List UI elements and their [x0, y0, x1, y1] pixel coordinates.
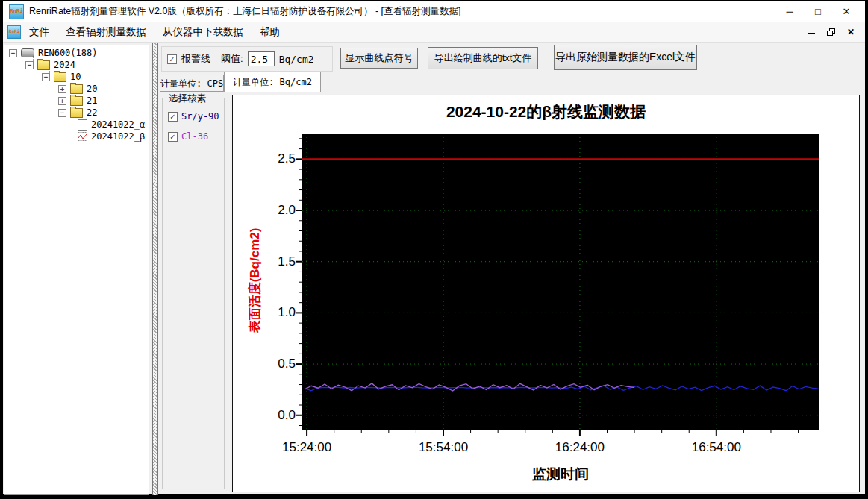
device-icon	[21, 48, 34, 57]
close-button[interactable]: ✕	[834, 3, 859, 21]
nuclide-checkbox[interactable]: ✓	[168, 132, 178, 142]
export-excel-button[interactable]: 导出原始测量数据的Excel文件	[554, 45, 697, 70]
tree-item-22[interactable]: − 22	[4, 107, 149, 119]
window-border-bottom	[0, 494, 868, 499]
threshold-unit-label: Bq/cm2	[279, 54, 314, 65]
chart-panel: 2024-10-22的β射线监测数据 表面活度(Bq/cm2) 监测时间 0.0…	[232, 95, 860, 492]
y-tick-label: 1.5	[233, 254, 296, 269]
mdi-restore-icon[interactable]	[827, 28, 835, 36]
x-tick-label: 16:24:00	[555, 440, 605, 455]
mdi-close-icon[interactable]: ✕	[847, 27, 855, 37]
tree-item-20241022-alpha[interactable]: 20241022_α	[4, 119, 149, 131]
export-txt-button[interactable]: 导出绘制曲线的txt文件	[428, 47, 538, 69]
nuclide-label: Sr/y-90	[181, 111, 219, 122]
mdi-minimize-icon[interactable]	[808, 33, 815, 34]
tree-expand-icon[interactable]: +	[58, 97, 66, 105]
tree-collapse-icon[interactable]: −	[42, 73, 50, 81]
plot-area	[302, 134, 819, 430]
title-bar: RnRi RenriRate辐射剂量管理软件 V2.0版（版权所有：上海仁日辐射…	[3, 1, 865, 22]
tree-item-label: 20241022_β	[91, 131, 145, 142]
tree-item-label: 22	[87, 107, 97, 118]
window-border-left	[0, 0, 3, 499]
nuclide-checkbox[interactable]: ✓	[168, 112, 178, 122]
alarm-settings-group: ✓ 报警线 阈值: Bq/cm2	[161, 46, 333, 72]
threshold-input[interactable]	[248, 51, 275, 66]
y-tick-label: 2.5	[233, 151, 296, 166]
tree-item-label: 20241022_α	[91, 119, 145, 130]
tree-collapse-icon[interactable]: −	[58, 109, 66, 117]
folder-icon	[37, 60, 50, 70]
tree-item-20241022-beta[interactable]: 20241022_β	[4, 131, 149, 142]
tree-item-label: 2024	[54, 60, 75, 70]
tree-collapse-icon[interactable]: −	[9, 49, 17, 57]
tree-item-label: 21	[87, 95, 97, 106]
y-tick-label: 0.0	[233, 408, 296, 423]
tab-unit-bqcm2[interactable]: 计量单位: Bq/cm2	[224, 72, 321, 92]
tree-collapse-icon[interactable]: −	[25, 61, 34, 69]
tree-item-label: 20	[87, 84, 97, 94]
menu-bar: RnRi 文件 查看辐射测量数据 从仪器中下载数据 帮助 ✕	[3, 22, 865, 43]
tree-item-2024[interactable]: − 2024	[4, 59, 149, 71]
maximize-button[interactable]: □	[805, 3, 831, 21]
panel-splitter[interactable]	[152, 43, 158, 495]
tree-item-ren600[interactable]: − REN600(188)	[4, 47, 149, 59]
folder-icon	[70, 84, 83, 94]
folder-icon	[70, 108, 83, 118]
nuclide-select-group: 选择核素 ✓ Sr/y-90 ✓ Cl-36	[162, 98, 225, 489]
alarm-line-checkbox[interactable]: ✓	[167, 54, 177, 64]
show-curve-points-button[interactable]: 显示曲线点符号	[340, 48, 418, 69]
tree-item-10[interactable]: − 10	[4, 71, 149, 83]
tree-item-label: REN600(188)	[38, 48, 97, 58]
folder-icon	[54, 72, 66, 82]
window-title: RenriRate辐射剂量管理软件 V2.0版（版权所有：上海仁日辐射防护设备有…	[29, 5, 461, 18]
nuclide-item-sr-y-90[interactable]: ✓ Sr/y-90	[168, 111, 219, 122]
nuclide-item-cl-36[interactable]: ✓ Cl-36	[168, 131, 208, 142]
tab-unit-cps[interactable]: 计量单位: CPS	[160, 75, 224, 92]
chart-file-icon	[78, 132, 87, 141]
y-tick-label: 0.5	[233, 357, 296, 371]
app-window: RnRi RenriRate辐射剂量管理软件 V2.0版（版权所有：上海仁日辐射…	[0, 0, 868, 499]
y-tick-label: 1.0	[233, 305, 296, 320]
tree-item-label: 10	[70, 72, 81, 82]
device-tree: − REN600(188) − 2024 − 10 + 20 + 21 − 22	[4, 45, 149, 495]
chart-canvas	[233, 95, 859, 492]
nuclide-group-title: 选择核素	[166, 92, 208, 105]
menu-help[interactable]: 帮助	[252, 22, 288, 42]
minimize-button[interactable]: ─	[777, 3, 802, 21]
y-tick-label: 2.0	[233, 203, 296, 218]
mdi-document-icon[interactable]: RnRi	[7, 25, 21, 39]
alarm-line-label: 报警线	[181, 52, 210, 66]
menu-view-measurement-data[interactable]: 查看辐射测量数据	[57, 22, 154, 42]
nuclide-label: Cl-36	[181, 131, 208, 142]
threshold-label: 阈值:	[221, 52, 243, 66]
document-icon	[78, 119, 87, 131]
window-border-right	[865, 0, 868, 499]
tree-expand-icon[interactable]: +	[58, 85, 66, 93]
menu-download-from-device[interactable]: 从仪器中下载数据	[154, 22, 252, 42]
x-axis-title: 监测时间	[532, 465, 589, 484]
folder-icon	[70, 96, 83, 106]
x-tick-label: 15:24:00	[282, 440, 331, 455]
menu-file[interactable]: 文件	[21, 22, 57, 42]
x-tick-label: 16:54:00	[692, 440, 741, 455]
tree-item-21[interactable]: + 21	[4, 95, 149, 107]
app-icon: RnRi	[9, 4, 24, 19]
x-tick-label: 15:54:00	[419, 440, 468, 455]
tree-item-20[interactable]: + 20	[4, 83, 149, 95]
